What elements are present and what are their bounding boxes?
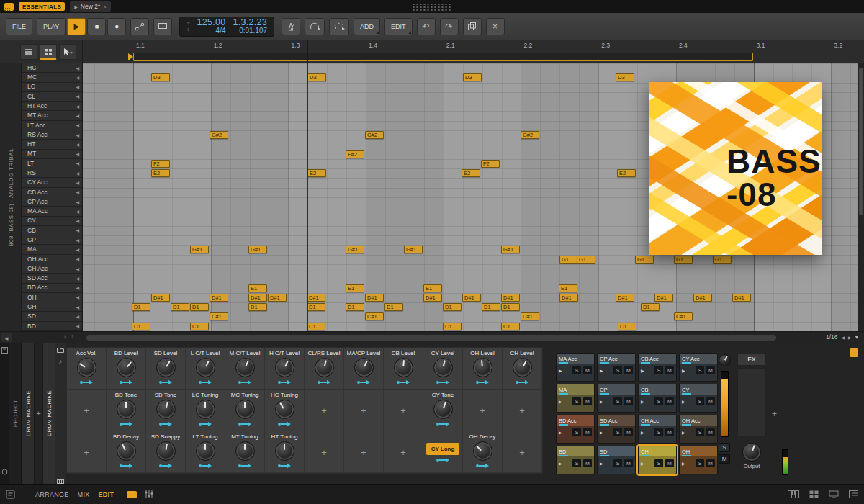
note[interactable]: C1: [190, 323, 209, 330]
parameter-knob[interactable]: [433, 358, 453, 377]
pad-play-icon[interactable]: ▶: [682, 430, 685, 435]
track-row[interactable]: CP◀: [22, 235, 82, 245]
add-fx-button[interactable]: +: [772, 409, 777, 419]
parameter-knob[interactable]: [473, 441, 492, 461]
drum-pad-cp[interactable]: CP▶SM: [597, 384, 636, 413]
clip-launcher-toggle-icon[interactable]: [127, 491, 137, 498]
drum-pad-oh[interactable]: OH▶SM: [679, 446, 718, 474]
browser-panel-icon[interactable]: [849, 490, 858, 498]
fx-slot-body[interactable]: [737, 368, 766, 437]
note[interactable]: D#1: [462, 294, 481, 302]
parameter-knob[interactable]: [315, 358, 334, 377]
track-row[interactable]: BD◀: [22, 322, 82, 331]
note[interactable]: D#1: [501, 294, 520, 302]
arranger-loop-button[interactable]: [305, 18, 325, 35]
note-list-view-button[interactable]: [20, 44, 37, 60]
pad-play-icon[interactable]: ▶: [600, 461, 603, 466]
play-button[interactable]: ▶: [67, 18, 86, 35]
device-solo-button[interactable]: S: [719, 443, 730, 452]
track-row[interactable]: HC◀: [22, 63, 82, 73]
note[interactable]: D#1: [693, 294, 712, 302]
parameter-knob[interactable]: [433, 400, 453, 419]
pad-play-icon[interactable]: ▶: [559, 430, 562, 435]
parameter-knob[interactable]: [77, 358, 96, 377]
add-parameter-button[interactable]: +: [361, 446, 366, 457]
track-row[interactable]: OH Acc◀: [22, 255, 82, 264]
track-speaker-icon[interactable]: ◀: [76, 189, 79, 194]
track-speaker-icon[interactable]: ◀: [76, 122, 79, 127]
add-device-button[interactable]: +: [36, 409, 40, 418]
note[interactable]: E1: [248, 284, 267, 292]
parameter-knob[interactable]: [196, 441, 215, 461]
note[interactable]: C1: [307, 323, 325, 330]
note[interactable]: D#1: [732, 294, 751, 302]
track-row[interactable]: HT Acc◀: [22, 102, 82, 111]
note[interactable]: G#1: [248, 246, 267, 253]
keys-icon[interactable]: [57, 479, 64, 484]
mixer-toggle-icon[interactable]: [144, 490, 154, 499]
resolution-increase-icon[interactable]: ▶: [848, 335, 852, 340]
parameter-knob[interactable]: [235, 400, 255, 419]
note[interactable]: D#1: [248, 294, 267, 302]
parameter-knob[interactable]: [275, 441, 294, 461]
view-tab-arrange[interactable]: ARRANGE: [35, 491, 69, 498]
horizontal-scrollbar-handle[interactable]: [86, 335, 776, 341]
note[interactable]: D1: [346, 303, 364, 311]
parameter-knob[interactable]: [196, 358, 215, 377]
pad-solo-button[interactable]: S: [696, 366, 704, 374]
track-row[interactable]: CH Acc◀: [22, 264, 82, 274]
add-parameter-button[interactable]: +: [84, 446, 89, 457]
note[interactable]: D#1: [268, 294, 287, 302]
track-speaker-icon[interactable]: ◀: [76, 314, 79, 319]
note[interactable]: G#1: [190, 246, 209, 253]
pad-mute-button[interactable]: M: [706, 397, 715, 405]
add-parameter-button[interactable]: +: [519, 405, 525, 415]
add-parameter-button[interactable]: +: [400, 446, 406, 457]
display-panel-icon[interactable]: [829, 490, 839, 498]
track-row[interactable]: BD Acc◀: [22, 284, 82, 293]
parameter-knob[interactable]: [117, 441, 136, 461]
fold-icon[interactable]: ↕: [71, 334, 73, 340]
pad-solo-button[interactable]: S: [654, 366, 663, 374]
parameter-knob[interactable]: [354, 358, 374, 377]
drum-pad-ch-acc[interactable]: CH Acc▶SM: [638, 415, 677, 444]
piano-keyboard-icon[interactable]: [788, 490, 799, 498]
scroll-left-button[interactable]: ◀: [1, 333, 12, 342]
delete-button[interactable]: ×: [486, 18, 505, 35]
grid-resolution-value[interactable]: 1/16: [826, 333, 838, 341]
timeline-ruler[interactable]: 1.11.21.31.42.12.22.32.43.13.2: [83, 40, 858, 63]
duplicate-button[interactable]: [463, 18, 482, 35]
track-row[interactable]: SD Acc◀: [22, 274, 82, 283]
track-row[interactable]: MA◀: [22, 245, 82, 254]
pad-solo-button[interactable]: S: [572, 366, 581, 374]
track-row[interactable]: CL◀: [22, 92, 82, 102]
parameter-knob[interactable]: [117, 358, 136, 377]
note[interactable]: C1: [132, 323, 150, 330]
panel-corner-button[interactable]: [850, 348, 858, 357]
drum-pad-sd-acc[interactable]: SD Acc▶SM: [597, 415, 636, 444]
track-speaker-icon[interactable]: ◀: [76, 104, 79, 109]
track-row[interactable]: CY Acc◀: [22, 178, 82, 187]
pad-controller-icon[interactable]: [809, 490, 819, 498]
bitwig-logo-icon[interactable]: [4, 3, 14, 11]
track-row[interactable]: OH◀: [22, 293, 82, 302]
pad-play-icon[interactable]: ▶: [559, 368, 562, 373]
note[interactable]: G#1: [501, 246, 520, 253]
pad-play-icon[interactable]: ▶: [641, 399, 644, 404]
pad-play-icon[interactable]: ▶: [641, 430, 644, 435]
note[interactable]: G1: [635, 256, 654, 264]
time-signature-display[interactable]: 4/4: [216, 27, 226, 35]
vertical-scrollbar[interactable]: [858, 63, 864, 331]
parameter-knob[interactable]: [235, 441, 255, 461]
drum-pad-bd-acc[interactable]: BD Acc▶SM: [556, 415, 595, 444]
note[interactable]: E2: [462, 169, 480, 177]
note[interactable]: D1: [307, 303, 325, 311]
track-row[interactable]: CP Acc◀: [22, 197, 82, 207]
folder-icon[interactable]: [57, 347, 64, 353]
drum-pad-sd[interactable]: SD▶SM: [597, 446, 636, 474]
track-row[interactable]: CB◀: [22, 226, 82, 235]
cy-long-toggle-button[interactable]: CY Long: [426, 443, 460, 455]
edit-button[interactable]: EDIT: [384, 18, 413, 35]
pad-mute-button[interactable]: M: [665, 428, 674, 436]
pad-solo-button[interactable]: S: [654, 428, 663, 436]
